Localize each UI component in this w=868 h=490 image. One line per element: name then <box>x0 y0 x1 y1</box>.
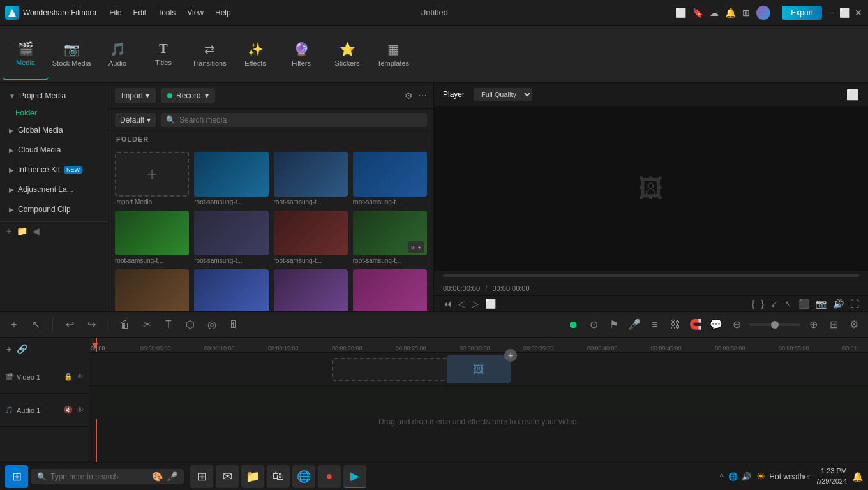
bell-icon[interactable]: 🔔 <box>725 8 736 18</box>
auto-ripple[interactable]: ≡ <box>647 319 662 330</box>
menu-tools[interactable]: Tools <box>158 8 176 17</box>
audio-mixer[interactable]: 🎚 <box>226 319 241 330</box>
folder-view-icon[interactable]: 📁 <box>17 226 27 236</box>
out-point-icon[interactable]: } <box>761 299 764 309</box>
play-button[interactable]: ▷ <box>472 299 479 309</box>
toolbar-templates[interactable]: ▦ Templates <box>370 28 416 80</box>
network-icon[interactable]: 🌐 <box>728 472 738 481</box>
close-button[interactable]: ✕ <box>854 8 863 17</box>
list-item[interactable] <box>274 269 348 311</box>
search-input[interactable] <box>179 115 422 124</box>
subtitle-button[interactable]: 💬 <box>708 318 724 330</box>
lock-icon[interactable]: 🔒 <box>64 373 73 381</box>
export-button[interactable]: Export <box>782 6 822 20</box>
crop-tool[interactable]: ⬡ <box>183 318 198 330</box>
tab-player[interactable]: Player <box>443 90 465 99</box>
cloud-icon[interactable]: ☁ <box>710 8 719 18</box>
filter-icon[interactable]: ⚙ <box>405 91 413 101</box>
maximize-button[interactable]: ⬜ <box>840 8 849 17</box>
zoom-in-button[interactable]: ⊕ <box>805 318 821 330</box>
sort-select[interactable]: Default ▾ <box>115 113 156 127</box>
volume-icon[interactable]: 🔊 <box>742 472 751 481</box>
weather-widget[interactable]: ☀ Hot weather <box>756 470 811 482</box>
list-item[interactable] <box>353 269 427 311</box>
toolbar-media[interactable]: 🎬 Media <box>3 28 49 80</box>
tray-arrow[interactable]: ^ <box>720 472 724 481</box>
cut-button[interactable]: ✂ <box>139 318 154 330</box>
audio-icon[interactable]: 🔊 <box>833 299 844 309</box>
toolbar-effects[interactable]: ✨ Effects <box>232 28 278 80</box>
record-button[interactable]: Record ▾ <box>161 88 215 103</box>
redo-button[interactable]: ↪ <box>84 318 99 330</box>
quality-select[interactable]: Full Quality <box>474 88 532 101</box>
overwrite-icon[interactable]: ↖ <box>784 299 792 309</box>
add-track-button[interactable]: + <box>6 319 22 330</box>
folder-link[interactable]: Folder <box>0 106 108 120</box>
in-point-icon[interactable]: { <box>752 299 755 309</box>
sidebar-item-influence-kit[interactable]: ▶ Influence Kit NEW <box>3 160 105 179</box>
toolbar-transitions[interactable]: ⇄ Transitions <box>186 28 232 80</box>
taskbar-app-store[interactable]: 🛍 <box>267 465 290 488</box>
snap-button[interactable]: ⊙ <box>586 318 601 330</box>
toolbar-filters[interactable]: 🔮 Filters <box>278 28 324 80</box>
frame-back-button[interactable]: ◁ <box>458 299 465 309</box>
minimize-button[interactable]: ─ <box>826 8 835 17</box>
settings-button[interactable]: ⚙ <box>846 318 862 330</box>
monitor-icon[interactable]: ⬜ <box>675 8 686 18</box>
list-item[interactable] <box>194 269 268 311</box>
menu-help[interactable]: Help <box>215 8 231 17</box>
sidebar-item-project-media[interactable]: ▼ Project Media <box>3 86 105 105</box>
mic-button[interactable]: 🎤 <box>627 318 642 330</box>
taskbar-app-chrome[interactable]: ● <box>318 465 341 488</box>
system-clock[interactable]: 1:23 PM 7/29/2024 <box>816 466 847 486</box>
link-icon[interactable]: 🔗 <box>17 344 27 354</box>
list-item[interactable]: root-samsung-t... <box>194 152 268 205</box>
list-item[interactable] <box>115 269 189 311</box>
skip-back-button[interactable]: ⏮ <box>443 299 452 309</box>
taskbar-app-explorer[interactable]: 📁 <box>241 465 264 488</box>
menu-edit[interactable]: Edit <box>133 8 147 17</box>
menu-view[interactable]: View <box>187 8 204 17</box>
taskbar-app-taskview[interactable]: ⊞ <box>190 465 213 488</box>
import-button[interactable]: Import ▾ <box>115 88 156 103</box>
list-item[interactable]: root-samsung-t... <box>274 211 348 264</box>
add-clip-button[interactable]: + <box>504 349 517 362</box>
user-avatar[interactable] <box>756 6 770 20</box>
toolbar-titles[interactable]: T Titles <box>140 28 186 80</box>
taskbar-search-input[interactable] <box>50 472 148 481</box>
preview-icon[interactable]: ⬛ <box>798 299 809 309</box>
marker-button[interactable]: ⚑ <box>606 318 622 330</box>
delete-button[interactable]: 🗑 <box>117 319 133 330</box>
sidebar-item-adjustment[interactable]: ▶ Adjustment La... <box>3 180 105 199</box>
taskbar-app-filmora[interactable]: ▶ <box>343 465 366 488</box>
zoom-slider[interactable] <box>749 323 800 326</box>
more-options-icon[interactable]: ⋯ <box>418 91 427 101</box>
collapse-icon[interactable]: ◀ <box>33 226 40 236</box>
insert-icon[interactable]: ↙ <box>770 299 778 309</box>
media-clip[interactable]: 🖼 + <box>447 355 511 383</box>
notification-icon[interactable]: 🔔 <box>852 471 863 482</box>
record-button[interactable]: ⏺ <box>565 319 581 330</box>
import-media-item[interactable]: + Import Media <box>115 152 189 205</box>
magnet-button[interactable]: 🧲 <box>688 318 703 330</box>
taskbar-app-mail[interactable]: ✉ <box>216 465 239 488</box>
layout-button[interactable]: ⊞ <box>826 318 841 330</box>
zoom-out-button[interactable]: ⊖ <box>729 318 744 330</box>
text-tool[interactable]: T <box>161 319 176 330</box>
toolbar-stock-media[interactable]: 📷 Stock Media <box>49 28 94 80</box>
menu-file[interactable]: File <box>109 8 121 17</box>
grid-icon[interactable]: ⊞ <box>742 8 750 18</box>
toolbar-stickers[interactable]: ⭐ Stickers <box>324 28 370 80</box>
list-item[interactable]: ⊞ + root-samsung-t... <box>353 211 427 264</box>
list-item[interactable]: root-samsung-t... <box>115 211 189 264</box>
taskbar-app-edge[interactable]: 🌐 <box>292 465 315 488</box>
player-progress-bar[interactable] <box>443 274 859 277</box>
sidebar-item-compound-clip[interactable]: ▶ Compound Clip <box>3 200 105 219</box>
sidebar-item-global-media[interactable]: ▶ Global Media <box>3 121 105 140</box>
bookmark-icon[interactable]: 🔖 <box>692 8 703 18</box>
eye-icon[interactable]: 👁 <box>77 373 84 381</box>
fullscreen-icon[interactable]: ⛶ <box>850 299 859 309</box>
link-button[interactable]: ⛓ <box>668 319 683 330</box>
zoom-handle[interactable] <box>771 321 779 329</box>
stop-button[interactable]: ⬜ <box>485 299 496 309</box>
